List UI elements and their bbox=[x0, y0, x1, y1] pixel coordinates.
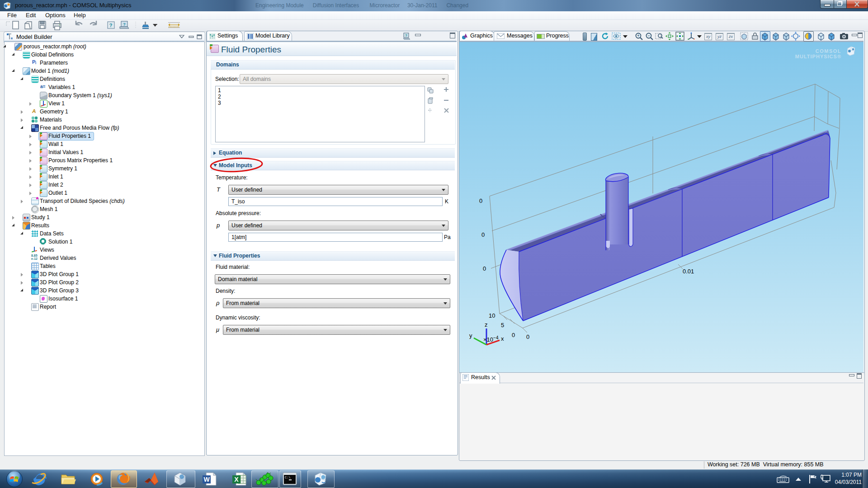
svg-text:10: 10 bbox=[489, 312, 495, 319]
svg-text:y: y bbox=[469, 332, 472, 339]
svg-text:0: 0 bbox=[483, 265, 486, 272]
svg-text:W: W bbox=[203, 476, 210, 483]
svg-text:0: 0 bbox=[481, 231, 485, 238]
svg-text:MULTIPHYSICS®: MULTIPHYSICS® bbox=[795, 54, 841, 59]
svg-text:+: + bbox=[637, 33, 639, 38]
svg-text:0: 0 bbox=[512, 332, 515, 338]
svg-text:z: z bbox=[485, 321, 488, 328]
svg-text:?: ? bbox=[405, 33, 407, 38]
svg-text:0: 0 bbox=[479, 197, 482, 204]
svg-text:0: 0 bbox=[526, 333, 529, 340]
svg-text:x: x bbox=[501, 335, 504, 342]
svg-text:?: ? bbox=[109, 23, 113, 28]
svg-text:−: − bbox=[647, 33, 650, 38]
svg-text:C:\: C:\ bbox=[285, 476, 291, 479]
svg-text:COMSOL: COMSOL bbox=[816, 48, 841, 54]
svg-text:0.01: 0.01 bbox=[683, 268, 694, 275]
svg-text:?: ? bbox=[123, 22, 126, 27]
svg-text:5: 5 bbox=[501, 322, 504, 328]
svg-text:X: X bbox=[234, 476, 239, 483]
